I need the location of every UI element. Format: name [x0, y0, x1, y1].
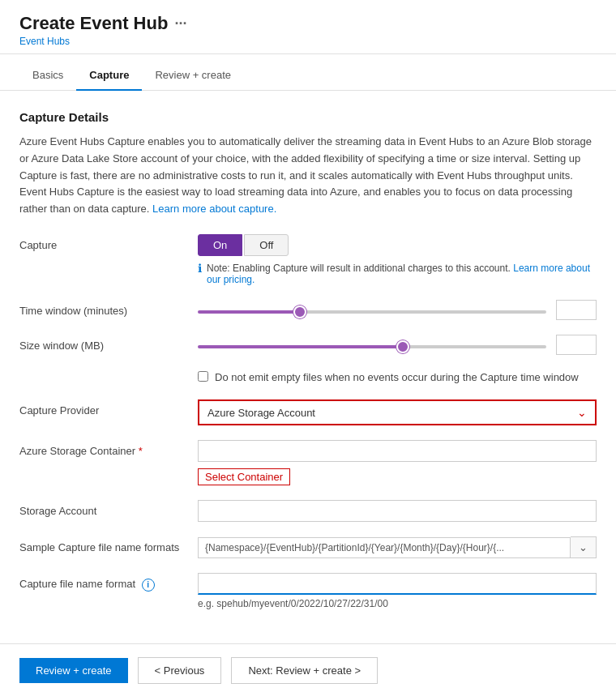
storage-account-control [198, 500, 597, 522]
tab-basics[interactable]: Basics [19, 61, 76, 91]
sample-format-row: Sample Capture file name formats {Namesp… [19, 536, 597, 558]
capture-off-button[interactable]: Off [244, 234, 289, 256]
capture-format-control: {Namespace}/{EventHub}/{PartitionId}/{Ye… [198, 573, 597, 609]
description-text: Azure Event Hubs Capture enables you to … [19, 134, 597, 218]
size-window-control: 300 [198, 335, 597, 355]
sample-format-control: {Namespace}/{EventHub}/{PartitionId}/{Ye… [198, 536, 597, 558]
learn-more-capture-link[interactable]: Learn more about capture. [152, 203, 276, 215]
capture-provider-select[interactable]: Azure Storage Account ⌄ [198, 399, 597, 425]
storage-account-label: Storage Account [19, 500, 198, 517]
azure-storage-control: Select Container [198, 440, 597, 485]
select-container-link[interactable]: Select Container [198, 468, 290, 485]
azure-storage-label: Azure Storage Container * [19, 440, 198, 457]
size-window-slider[interactable] [198, 345, 546, 348]
tab-bar: Basics Capture Review + create [0, 61, 616, 91]
time-window-value-input-wrapper: 5 [556, 300, 597, 320]
time-window-slider[interactable] [198, 310, 546, 314]
empty-files-label: Do not emit empty files when no events o… [215, 369, 579, 386]
size-window-row: Size window (MB) 300 [19, 335, 597, 355]
time-window-value-input[interactable]: 5 [556, 300, 597, 320]
size-window-value-input-wrapper: 300 [556, 335, 597, 355]
tab-review-create[interactable]: Review + create [142, 61, 244, 91]
storage-account-input[interactable] [198, 500, 597, 522]
time-window-control: 5 [198, 300, 597, 320]
size-window-value-input[interactable]: 300 [556, 335, 597, 355]
capture-format-row: Capture file name format i {Namespace}/{… [19, 573, 597, 609]
capture-toggle-group: On Off [198, 234, 597, 256]
sample-format-value: {Namespace}/{EventHub}/{PartitionId}/{Ye… [198, 537, 571, 558]
capture-provider-row: Capture Provider Azure Storage Account ⌄ [19, 399, 597, 425]
empty-files-checkbox-row: Do not emit empty files when no events o… [19, 369, 597, 386]
time-window-row: Time window (minutes) 5 [19, 300, 597, 320]
capture-provider-dropdown: Azure Storage Account ⌄ [198, 399, 597, 425]
capture-provider-value: Azure Storage Account [207, 407, 315, 419]
capture-format-label: Capture file name format i [19, 573, 198, 592]
capture-format-input[interactable]: {Namespace}/{EventHub}/{PartitionId}/{Ye… [198, 573, 597, 595]
more-options-icon[interactable]: ··· [174, 15, 186, 32]
capture-provider-control: Azure Storage Account ⌄ [198, 399, 597, 425]
footer: Review + create < Previous Next: Review … [0, 643, 616, 692]
storage-account-row: Storage Account [19, 500, 597, 522]
capture-note-text: Note: Enabling Capture will result in ad… [207, 263, 597, 285]
capture-format-info-icon[interactable]: i [142, 579, 155, 592]
capture-format-example: e.g. spehub/myevent/0/2022/10/27/22/31/0… [198, 598, 597, 609]
required-asterisk: * [139, 445, 143, 457]
review-create-button[interactable]: Review + create [19, 658, 128, 683]
sample-format-label: Sample Capture file name formats [19, 536, 198, 553]
sample-format-container: {Namespace}/{EventHub}/{PartitionId}/{Ye… [198, 536, 597, 558]
page-subtitle: Event Hubs [19, 36, 597, 47]
capture-label: Capture [19, 234, 198, 251]
time-window-slider-wrapper [198, 304, 546, 316]
capture-row: Capture On Off ℹ Note: Enabling Capture … [19, 234, 597, 285]
size-window-label: Size window (MB) [19, 335, 198, 352]
page-header: Create Event Hub ··· Event Hubs [0, 0, 616, 54]
dropdown-arrow-icon: ⌄ [577, 406, 587, 419]
capture-info-note: ℹ Note: Enabling Capture will result in … [198, 263, 597, 285]
section-title: Capture Details [19, 110, 597, 124]
time-window-label: Time window (minutes) [19, 300, 198, 317]
empty-files-checkbox[interactable] [198, 371, 208, 382]
azure-storage-container-input[interactable] [198, 440, 597, 462]
main-content: Capture Details Azure Event Hubs Capture… [0, 91, 616, 643]
capture-on-button[interactable]: On [198, 234, 242, 256]
previous-button[interactable]: < Previous [138, 657, 222, 684]
sample-format-dropdown-btn[interactable]: ⌄ [571, 536, 597, 558]
page-title: Create Event Hub [19, 13, 168, 34]
capture-control: On Off ℹ Note: Enabling Capture will res… [198, 234, 597, 285]
next-button[interactable]: Next: Review + create > [231, 657, 378, 684]
capture-provider-label: Capture Provider [19, 399, 198, 416]
size-window-slider-wrapper [198, 339, 546, 351]
azure-storage-container-row: Azure Storage Container * Select Contain… [19, 440, 597, 485]
page-title-row: Create Event Hub ··· [19, 13, 597, 34]
tab-capture[interactable]: Capture [76, 61, 142, 91]
info-icon: ℹ [198, 262, 202, 275]
